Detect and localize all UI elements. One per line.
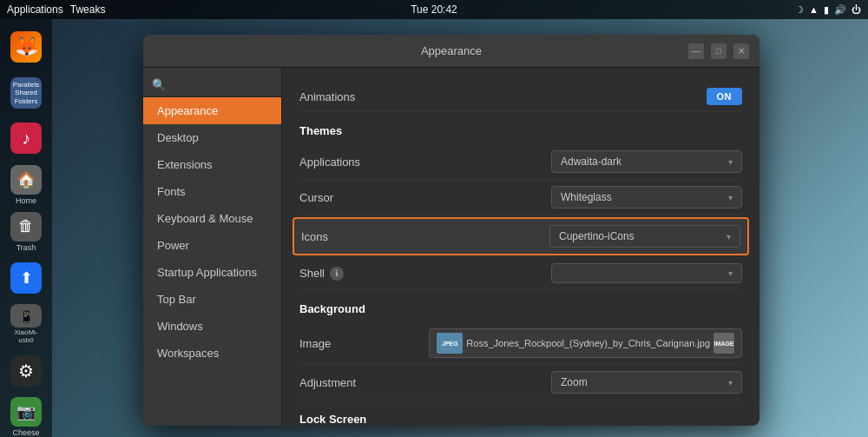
tweaks-window: Appearance — □ ✕ 🔍 Appearance Desktop Ex… [143,35,760,426]
theme-cursor-row: Cursor Whiteglass ▾ [299,180,742,215]
shell-info: Shell ℹ [299,267,344,281]
dock-icon-home[interactable]: 🏠 Home [6,165,46,205]
theme-cursor-label: Cursor [299,191,333,204]
background-adjustment-row: Adjustment Zoom ▾ [299,365,742,401]
window-controls: — □ ✕ [688,43,749,59]
application-dock: 🦊 ParallelsSharedFolders ♪ 🏠 Home 🗑 Tras… [0,19,52,437]
lock-screen-section-title: Lock Screen [299,413,742,426]
dock-icon-music[interactable]: ♪ [6,119,46,158]
background-adjustment-label: Adjustment [299,376,356,389]
theme-applications-dropdown[interactable]: Adwaita-dark ▾ [551,150,742,173]
themes-section-title: Themes [299,124,742,137]
background-image-label: Image [299,337,331,350]
top-panel-right: ☽ ▲ ▮ 🔊 ⏻ [795,4,861,16]
chevron-down-icon: ▾ [727,232,731,242]
theme-icons-value: Cupertino-iCons [559,230,635,242]
dock-icon-xiaomi[interactable]: 📱 XiaoMi-usb0 [6,304,46,344]
search-bar: 🔍 [143,73,281,97]
sidebar-item-keyboard-mouse[interactable]: Keyboard & Mouse [143,205,281,232]
theme-applications-label: Applications [299,156,360,169]
dock-icon-trash[interactable]: 🗑 Trash [6,212,46,252]
background-section-title: Background [299,302,742,315]
window-titlebar: Appearance — □ ✕ [143,35,760,68]
chevron-down-icon: ▾ [728,378,733,387]
volume-icon: 🔊 [834,4,846,16]
theme-shell-row: Shell ℹ ▾ [299,257,742,290]
chevron-down-icon: ▾ [728,193,733,202]
sidebar-item-fonts[interactable]: Fonts [143,178,281,205]
search-icon: 🔍 [152,78,166,91]
info-icon: ℹ [330,267,344,281]
background-adjustment-value: Zoom [561,376,588,388]
animations-label: Animations [299,90,355,103]
chevron-down-icon: ▾ [728,157,733,167]
theme-shell-dropdown[interactable]: ▾ [551,263,742,283]
sidebar-item-windows[interactable]: Windows [143,313,281,340]
applications-menu[interactable]: Applications [7,3,63,16]
sidebar-item-appearance[interactable]: Appearance [143,97,281,124]
animations-toggle[interactable]: ON [707,88,743,105]
theme-icons-row: Icons Cupertino-iCons ▾ [293,217,749,255]
chevron-down-icon: ▾ [728,268,733,278]
theme-cursor-dropdown[interactable]: Whiteglass ▾ [551,186,742,209]
top-panel: Applications Tweaks Tue 20:42 ☽ ▲ ▮ 🔊 ⏻ [0,0,868,19]
sidebar-item-desktop[interactable]: Desktop [143,124,281,151]
tweaks-sidebar: 🔍 Appearance Desktop Extensions Fonts Ke… [143,68,282,426]
sidebar-item-extensions[interactable]: Extensions [143,151,281,178]
animations-row: Animations ON [299,82,742,112]
network-icon: ▲ [809,4,819,15]
close-button[interactable]: ✕ [733,43,749,59]
dock-icon-firefox[interactable]: 🦊 [6,28,46,67]
dock-icon-cheese[interactable]: 📷 Cheese [6,397,46,437]
dock-icon-parallels[interactable]: ParallelsSharedFolders [6,74,46,113]
tweaks-menu[interactable]: Tweaks [70,3,106,16]
window-title: Appearance [421,44,482,57]
theme-icons-dropdown[interactable]: Cupertino-iCons ▾ [549,225,740,248]
theme-icons-label: Icons [301,230,328,243]
theme-applications-value: Adwaita-dark [561,156,621,168]
background-image-thumb-right: IMAGE [713,333,734,354]
window-body: 🔍 Appearance Desktop Extensions Fonts Ke… [143,68,760,426]
power-icon[interactable]: ⏻ [852,4,861,15]
moon-icon: ☽ [795,4,804,16]
maximize-button[interactable]: □ [711,43,727,59]
background-image-row: Image JPEG Ross_Jones_Rockpool_(Sydney)_… [299,322,742,365]
sidebar-item-top-bar[interactable]: Top Bar [143,286,281,313]
background-adjustment-dropdown[interactable]: Zoom ▾ [551,371,742,394]
sidebar-item-workspaces[interactable]: Workspaces [143,340,281,367]
sidebar-item-startup-apps[interactable]: Startup Applications [143,259,281,286]
dock-icon-settings[interactable]: ⚙ [6,351,46,390]
minimize-button[interactable]: — [688,43,704,59]
theme-cursor-value: Whiteglass [561,191,612,203]
tweaks-content: Animations ON Themes Applications Adwait… [282,68,760,426]
background-image-thumb-left: JPEG [437,333,463,354]
theme-shell-label: Shell [299,267,325,280]
top-panel-left: Applications Tweaks [7,3,105,16]
background-image-picker[interactable]: JPEG Ross_Jones_Rockpool_(Sydney)_by_Chr… [429,328,742,358]
sidebar-item-power[interactable]: Power [143,232,281,259]
background-image-filename: Ross_Jones_Rockpool_(Sydney)_by_Chris_Ca… [466,338,710,348]
clock: Tue 20:42 [411,3,457,16]
theme-applications-row: Applications Adwaita-dark ▾ [299,144,742,180]
dock-icon-appstore[interactable]: ⬆ [6,259,46,298]
battery-icon: ▮ [824,4,829,16]
